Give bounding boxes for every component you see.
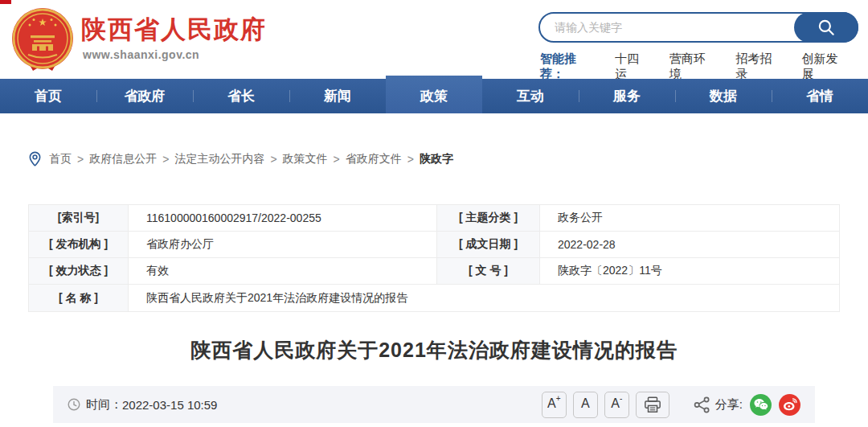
nav-item-policy-active[interactable]: 政策 [386, 79, 482, 113]
breadcrumb-separator: > [334, 153, 340, 166]
table-row: [ 效力状态 ] 有效 [ 文 号 ] 陕政字〔2022〕11号 [29, 258, 839, 285]
nav-item-news[interactable]: 新闻 [289, 79, 386, 113]
time-value: 2022-03-15 10:59 [122, 398, 217, 412]
meta-label-topic-category: [ 主题分类 ] [437, 205, 540, 232]
recommend-link-0[interactable]: 十四运 [615, 51, 650, 82]
meta-label-date-written: [ 成文日期 ] [437, 232, 540, 258]
meta-value-topic-category: 政务公开 [540, 205, 839, 232]
breadcrumb-separator: > [407, 153, 414, 166]
meta-label-document-number: [ 文 号 ] [437, 258, 540, 285]
document-meta-table: [索引号] 116100000160002917/2022-00255 [ 主题… [28, 204, 840, 312]
table-row: [索引号] 116100000160002917/2022-00255 [ 主题… [29, 205, 839, 232]
font-increase-button[interactable]: A+ [542, 392, 567, 418]
font-decrease-button[interactable]: A- [604, 392, 629, 418]
recommend-link-1[interactable]: 营商环境 [669, 51, 716, 82]
meta-value-issuing-agency: 省政府办公厅 [129, 232, 437, 258]
breadcrumb-home[interactable]: 首页 [49, 152, 72, 166]
font-reset-button[interactable]: A [573, 392, 598, 418]
toolbar-actions: A+ A A- 分享: [535, 392, 800, 418]
page-title: 陕西省人民政府关于2021年法治政府建设情况的报告 [0, 337, 868, 363]
nav-item-interaction[interactable]: 互动 [482, 79, 579, 113]
breadcrumb-policy-documents[interactable]: 政策文件 [283, 152, 328, 166]
table-row: [ 名 称 ] 陕西省人民政府关于2021年法治政府建设情况的报告 [29, 285, 839, 311]
meta-label-validity-status: [ 效力状态 ] [29, 258, 129, 285]
national-emblem-logo[interactable] [10, 6, 75, 72]
nav-item-governor[interactable]: 省长 [193, 79, 289, 113]
breadcrumb-statutory-disclosure[interactable]: 法定主动公开内容 [174, 152, 264, 166]
publish-time: 时间： 2022-03-15 10:59 [68, 397, 217, 413]
meta-value-validity-status: 有效 [129, 258, 437, 285]
meta-label-title: [ 名 称 ] [29, 285, 129, 311]
search-button[interactable] [794, 12, 858, 43]
wechat-share-icon[interactable] [750, 394, 772, 416]
site-title[interactable]: 陕西省人民政府 [81, 13, 267, 47]
printer-icon [644, 396, 661, 413]
meta-value-index-number: 116100000160002917/2022-00255 [129, 205, 437, 232]
recommend-label: 智能推荐： [540, 51, 599, 82]
breadcrumb-provincial-documents[interactable]: 省政府文件 [346, 152, 402, 166]
search-box [538, 12, 858, 43]
table-row: [ 发布机构 ] 省政府办公厅 [ 成文日期 ] 2022-02-28 [29, 232, 839, 258]
nav-item-home[interactable]: 首页 [0, 79, 96, 113]
breadcrumb: 首页 > 政府信息公开 > 法定主动公开内容 > 政策文件 > 省政府文件 > … [29, 150, 868, 167]
nav-item-provincial-government[interactable]: 省政府 [96, 79, 193, 113]
main-nav: 首页 省政府 省长 新闻 政策 互动 服务 数据 省情 [0, 79, 868, 113]
recommend-link-2[interactable]: 招考招录 [735, 51, 782, 82]
meta-value-document-number: 陕政字〔2022〕11号 [540, 258, 839, 285]
meta-value-date-written: 2022-02-28 [540, 232, 839, 258]
smart-recommend: 智能推荐： 十四运 营商环境 招考招录 创新发展 [540, 51, 868, 82]
breadcrumb-separator: > [77, 153, 84, 166]
nav-item-province-profile[interactable]: 省情 [772, 79, 868, 113]
search-icon [816, 17, 837, 38]
print-button[interactable] [636, 392, 669, 418]
nav-item-services[interactable]: 服务 [579, 79, 675, 113]
breadcrumb-separator: > [162, 153, 169, 166]
site-url: www.shaanxi.gov.cn [83, 48, 199, 61]
breadcrumb-gov-info[interactable]: 政府信息公开 [89, 152, 157, 166]
article-toolbar: 时间： 2022-03-15 10:59 A+ A A- [53, 386, 815, 423]
share-icon [694, 396, 710, 413]
nav-item-data[interactable]: 数据 [675, 79, 772, 113]
share-label: 分享: [715, 397, 743, 413]
meta-value-title: 陕西省人民政府关于2021年法治政府建设情况的报告 [129, 285, 839, 311]
breadcrumb-separator: > [270, 153, 276, 166]
breadcrumb-current: 陕政字 [420, 152, 453, 166]
clock-icon [68, 398, 80, 411]
site-header: 陕西省人民政府 www.shaanxi.gov.cn 智能推荐： 十四运 营商环… [0, 0, 868, 79]
corner-red-mark [0, 0, 11, 4]
emblem-icon [10, 6, 75, 72]
search-input[interactable] [540, 14, 796, 41]
meta-label-index-number: [索引号] [29, 205, 129, 232]
weibo-share-icon[interactable] [779, 394, 800, 416]
time-label: 时间： [86, 397, 122, 413]
meta-label-issuing-agency: [ 发布机构 ] [29, 232, 129, 258]
recommend-link-3[interactable]: 创新发展 [802, 51, 849, 82]
share-section: 分享: [694, 394, 800, 416]
location-pin-icon [29, 151, 41, 166]
